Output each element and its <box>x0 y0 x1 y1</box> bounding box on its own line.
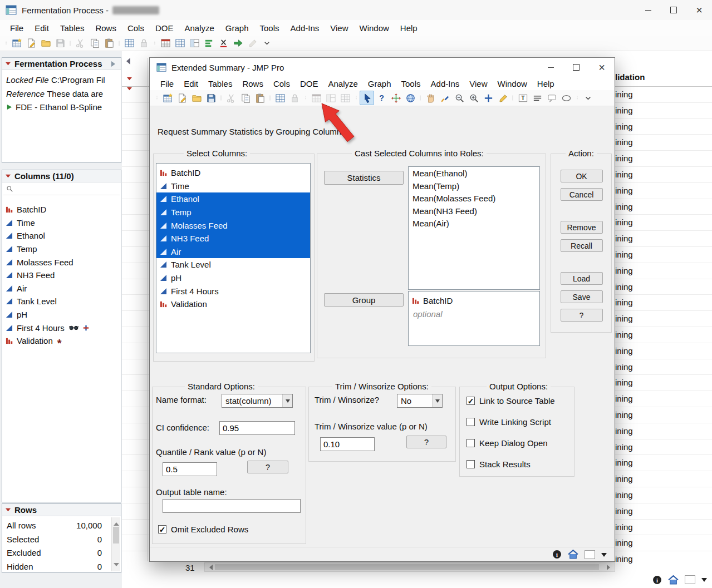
columns-menu-icon[interactable] <box>126 76 132 82</box>
load-button[interactable]: Load <box>561 272 603 285</box>
scroll-left-icon[interactable] <box>207 565 213 570</box>
menu-item[interactable]: Analyze <box>179 23 219 33</box>
menu-item[interactable]: Add-Ins <box>285 23 325 33</box>
columns-search-input[interactable] <box>16 185 117 194</box>
home-icon[interactable] <box>668 575 679 585</box>
scrollbar-thumb[interactable] <box>113 527 119 543</box>
cast-role-item[interactable]: Mean(Ethanol) <box>409 167 539 180</box>
minimize-button[interactable] <box>635 0 661 20</box>
open-icon[interactable] <box>189 91 204 105</box>
menu-item[interactable]: Cols <box>122 23 150 33</box>
dialog-maximize-button[interactable] <box>563 58 589 77</box>
select-columns-item[interactable]: Temp <box>156 206 310 219</box>
column-row[interactable]: Molasses Feed <box>2 255 121 269</box>
rows-tool-disabled-icon[interactable] <box>338 91 352 105</box>
column-row[interactable]: Air <box>2 282 121 295</box>
grabber-tool-icon[interactable] <box>423 91 438 105</box>
menu-item[interactable]: Tables <box>55 23 90 33</box>
annotate-icon[interactable] <box>245 36 259 51</box>
link-to-source-table-checkbox[interactable]: Link to Source Table <box>467 396 555 406</box>
select-columns-item[interactable]: Tank Level <box>156 258 310 271</box>
menu-item[interactable]: Rows <box>237 79 268 88</box>
arrow-tool-icon[interactable] <box>360 91 374 105</box>
red-triangle-menu-icon[interactable] <box>5 173 12 180</box>
menu-item[interactable]: Help <box>395 23 423 33</box>
dialog-close-button[interactable] <box>589 58 615 77</box>
new-journal-icon[interactable] <box>24 36 38 51</box>
select-columns-item[interactable]: Validation <box>156 298 310 311</box>
new-journal-icon[interactable] <box>175 91 189 105</box>
omit-excluded-rows-checkbox[interactable]: Omit Excluded Rows <box>158 525 248 534</box>
group-button[interactable]: Group <box>324 293 404 307</box>
menu-item[interactable]: View <box>464 79 492 88</box>
columns-search[interactable] <box>3 183 120 195</box>
run-script-icon[interactable] <box>230 36 245 51</box>
toolbar-overflow-icon[interactable] <box>581 91 595 105</box>
cast-role-item[interactable]: Mean(NH3 Feed) <box>409 205 539 218</box>
layout-icon[interactable] <box>187 36 202 51</box>
zoom-out-tool-icon[interactable] <box>452 91 467 105</box>
toolbar-overflow-icon[interactable] <box>259 36 274 51</box>
menu-item[interactable]: Add-Ins <box>426 79 465 88</box>
home-icon[interactable] <box>568 550 578 559</box>
scroll-right-icon[interactable] <box>607 565 613 570</box>
data-grid-icon[interactable] <box>122 36 136 51</box>
ok-button[interactable]: OK <box>561 170 603 182</box>
close-button[interactable] <box>686 0 712 20</box>
menu-item[interactable]: Cols <box>268 79 295 88</box>
oval-annotation-icon[interactable] <box>559 91 573 105</box>
maximize-button[interactable] <box>661 0 686 20</box>
paste-icon[interactable] <box>253 91 267 105</box>
select-columns-item[interactable]: Time <box>156 180 310 193</box>
caret-down-icon[interactable] <box>701 578 707 585</box>
cut-icon[interactable] <box>224 91 238 105</box>
new-data-table-icon[interactable] <box>160 91 175 105</box>
save-button[interactable]: Save <box>561 290 603 303</box>
column-row[interactable]: Tank Level <box>2 295 121 308</box>
add-tool-icon[interactable] <box>481 91 495 105</box>
subset-icon[interactable] <box>173 36 187 51</box>
horizontal-scrollbar[interactable] <box>204 562 615 572</box>
keep-dialog-open-checkbox[interactable]: Keep Dialog Open <box>467 438 555 448</box>
help-tool-icon[interactable] <box>374 91 389 105</box>
select-columns-item[interactable]: BatchID <box>156 166 310 180</box>
quantile-help-button[interactable]: ? <box>247 461 288 473</box>
column-row[interactable]: Validation <box>2 334 121 348</box>
group-column-item[interactable]: BatchID <box>409 294 539 308</box>
open-icon[interactable] <box>38 36 53 51</box>
column-row[interactable]: Temp <box>2 243 121 256</box>
scrollbar-thumb[interactable] <box>215 564 599 570</box>
info-icon[interactable] <box>652 575 662 585</box>
menu-item[interactable]: DOE <box>150 23 179 33</box>
cast-role-item[interactable]: Mean(Air) <box>409 217 539 230</box>
text-annotation-icon[interactable] <box>515 91 530 105</box>
rows-stat[interactable]: All rows 10,000 <box>2 519 121 533</box>
dialog-minimize-button[interactable] <box>538 58 563 77</box>
crosshair-tool-icon[interactable] <box>403 91 418 105</box>
paste-icon[interactable] <box>102 36 116 51</box>
rows-stat[interactable]: Excluded 0 <box>2 546 121 560</box>
column-row[interactable]: First 4 Hours <box>2 321 121 334</box>
save-icon[interactable] <box>53 36 67 51</box>
rows-menu-icon[interactable] <box>126 86 132 92</box>
exclude-icon[interactable] <box>216 36 230 51</box>
menu-item[interactable]: Tools <box>254 23 285 33</box>
splitter-collapse-button[interactable] <box>123 58 130 65</box>
info-icon[interactable] <box>552 550 562 559</box>
lock-icon[interactable] <box>136 36 151 51</box>
menu-item[interactable]: Edit <box>29 23 55 33</box>
line-annotation-icon[interactable] <box>530 91 544 105</box>
stack-results-checkbox[interactable]: Stack Results <box>467 459 555 469</box>
move-tool-icon[interactable] <box>389 91 403 105</box>
menu-item[interactable]: Tables <box>203 79 237 88</box>
table-script-item[interactable]: FDE - Ethanol B-Spline <box>2 101 121 113</box>
menu-item[interactable]: Tools <box>396 79 426 88</box>
window-list-button[interactable] <box>585 550 595 559</box>
red-triangle-menu-icon[interactable] <box>5 507 12 513</box>
write-linking-script-checkbox[interactable]: Write Linking Script <box>467 417 555 427</box>
output-table-input[interactable] <box>163 499 301 513</box>
menu-item[interactable]: Analyze <box>323 79 362 88</box>
scroll-down-icon[interactable] <box>114 563 119 569</box>
select-columns-item[interactable]: First 4 Hours <box>156 284 310 298</box>
menu-item[interactable]: DOE <box>295 79 323 88</box>
